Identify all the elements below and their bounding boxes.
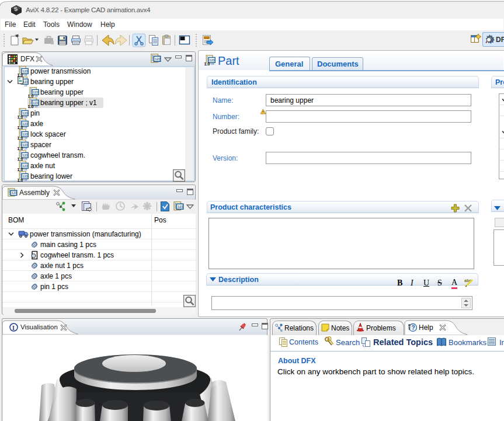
- svg-text:I: I: [12, 325, 15, 331]
- svg-text:?: ?: [412, 325, 415, 331]
